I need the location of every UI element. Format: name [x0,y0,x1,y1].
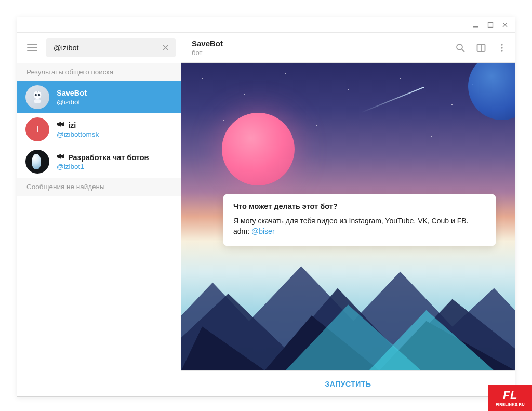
result-text: izi @izibottomsk [57,121,99,138]
svg-point-13 [501,50,502,51]
search-result-chatbots[interactable]: Разработка чат ботов @izibot1 [17,145,181,178]
chat-header: SaveBot бот [181,33,515,63]
hamburger-menu-icon[interactable] [23,39,41,57]
search-row: ✕ [17,33,181,63]
sidepanel-icon[interactable] [475,42,487,54]
result-handle: @izibot1 [57,163,149,170]
result-text: Разработка чат ботов @izibot1 [57,153,149,170]
megaphone-icon [57,121,65,129]
chat-header-info[interactable]: SaveBot бот [192,39,455,57]
result-handle: @izibottomsk [57,130,99,138]
search-result-izi[interactable]: I izi @izibottomsk [17,113,181,145]
more-icon[interactable] [496,42,508,54]
section-no-messages: Сообщения не найдены [17,178,181,196]
start-bar: ЗАПУСТИТЬ [181,370,515,396]
info-admin-link[interactable]: @biser [251,227,275,235]
chat-header-actions [455,42,508,54]
titlebar [17,17,515,33]
chat-subtitle: бот [192,49,455,57]
app-window: ✕ Результаты общего поиска SaveBot @izib… [17,17,515,397]
result-name: Разработка чат ботов [57,153,149,162]
clear-search-icon[interactable]: ✕ [159,40,171,56]
svg-rect-9 [477,44,485,51]
result-handle: @izibot [57,98,87,106]
minimize-button[interactable] [472,21,480,29]
svg-rect-0 [473,26,478,28]
watermark-badge: FL FIRELINKS.RU [488,385,532,411]
avatar-dark [25,150,49,174]
result-name-label: izi [68,121,76,129]
search-result-savebot[interactable]: SaveBot @izibot [17,81,181,113]
megaphone-icon [57,153,65,162]
svg-rect-6 [37,91,38,92]
svg-point-7 [457,44,462,50]
section-global-results: Результаты общего поиска [17,63,181,81]
svg-rect-5 [34,99,41,103]
app-body: ✕ Результаты общего поиска SaveBot @izib… [17,33,515,396]
search-box: ✕ [46,38,176,57]
svg-point-12 [501,47,502,48]
chat-title: SaveBot [192,39,455,48]
bot-info-card: Что может делать этот бот? Я могу скачат… [223,194,496,246]
result-name: izi [57,121,99,129]
close-button[interactable] [501,21,509,29]
svg-point-4 [38,94,40,96]
result-text: SaveBot @izibot [57,89,87,106]
svg-rect-1 [488,22,493,27]
svg-point-3 [35,94,37,96]
svg-line-8 [462,49,464,52]
svg-point-11 [501,44,502,45]
avatar-robot-icon [25,85,49,109]
watermark-logo: FL [503,390,517,401]
info-title: Что может делать этот бот? [233,202,486,210]
search-input[interactable] [54,44,159,52]
maximize-button[interactable] [487,21,494,29]
watermark-url: FIRELINKS.RU [496,402,525,407]
start-button[interactable]: ЗАПУСТИТЬ [325,380,371,388]
info-body: Я могу скачать для тебя видео из Instagr… [233,216,486,237]
chat-pane: SaveBot бот [181,33,515,396]
result-name: SaveBot [57,89,87,97]
result-name-label: Разработка чат ботов [68,153,149,162]
avatar-letter: I [25,117,49,141]
chat-body: Что может делать этот бот? Я могу скачат… [181,63,515,370]
sidebar: ✕ Результаты общего поиска SaveBot @izib… [17,33,181,396]
search-icon[interactable] [455,42,466,54]
